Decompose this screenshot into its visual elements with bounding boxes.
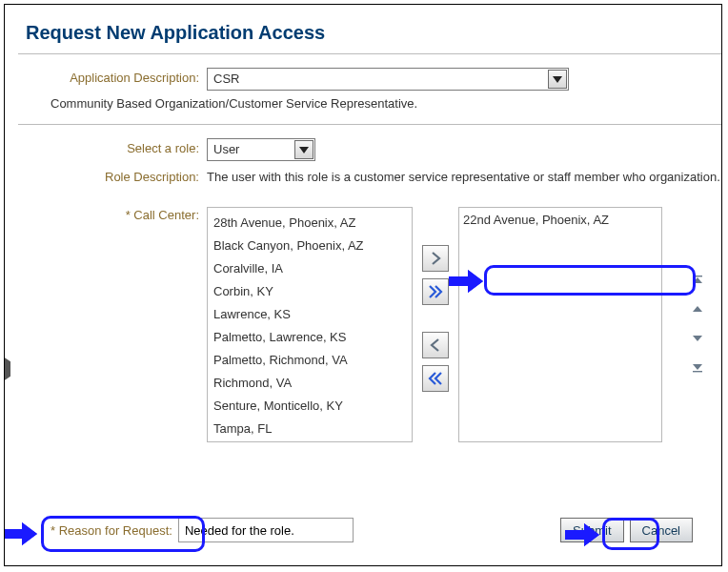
list-item[interactable]: Palmetto, Richmond, VA [213,349,406,372]
move-down-icon[interactable] [691,333,704,347]
role-desc-label: Role Description: [18,167,207,188]
svg-marker-0 [553,76,562,83]
svg-marker-5 [693,336,702,341]
svg-marker-6 [693,364,702,370]
chevron-down-icon [548,70,567,89]
submit-button[interactable]: Submit [560,518,623,542]
svg-rect-3 [693,276,702,276]
move-left-button[interactable] [422,332,449,358]
role-row: Select a role: User [18,138,721,161]
list-item[interactable]: Coralville, IA [213,257,406,280]
svg-marker-1 [299,147,309,153]
call-center-row: * Call Center: 28th Avenue, Phoenix, AZB… [18,205,721,442]
divider [18,53,721,54]
reason-input[interactable] [178,518,354,542]
application-desc-help: Community Based Organization/Customer Se… [51,96,721,111]
divider [18,124,721,125]
svg-marker-4 [693,306,702,312]
call-center-available-list[interactable]: 28th Avenue, Phoenix, AZBlack Canyon, Ph… [207,207,413,442]
annotation-arrow-icon [4,522,37,548]
svg-marker-2 [693,277,702,283]
reason-label: * Reason for Request: [51,523,172,538]
move-top-icon[interactable] [691,274,704,288]
cancel-button[interactable]: Cancel [630,518,693,542]
svg-marker-9 [4,522,37,545]
move-bottom-icon[interactable] [691,362,704,377]
form-page: Request New Application Access Applicati… [4,4,722,566]
list-item[interactable]: Senture, Monticello, KY [213,395,406,418]
application-desc-row: Application Description: CSR [18,68,721,91]
role-selected: User [213,139,239,160]
role-desc-row: Role Description: The user with this rol… [18,167,721,188]
move-right-button[interactable] [422,245,449,272]
action-buttons: Submit Cancel [560,518,693,542]
move-all-right-button[interactable] [422,278,449,305]
application-desc-value-wrap: CSR [207,68,721,91]
role-value-wrap: User [207,138,721,161]
move-up-icon[interactable] [691,303,704,317]
application-desc-label: Application Description: [18,68,207,89]
list-item[interactable]: Lawrence, KS [213,303,406,326]
list-item[interactable]: Black Canyon, Phoenix, AZ [213,235,406,257]
shuttle-buttons [422,245,449,392]
call-center-selected-list[interactable]: 22nd Avenue, Phoenix, AZ [458,207,662,442]
page-title: Request New Application Access [26,22,721,44]
shuttle-widget: 28th Avenue, Phoenix, AZBlack Canyon, Ph… [207,207,704,442]
list-item[interactable]: Tampa, FL [213,418,406,440]
reorder-controls [691,274,704,377]
call-center-label: * Call Center: [18,205,207,226]
chevron-down-icon [294,140,313,159]
role-label: Select a role: [18,138,207,159]
application-desc-selected: CSR [213,69,239,90]
role-select[interactable]: User [207,138,315,161]
list-item[interactable]: Richmond, VA [213,372,406,395]
reason-row: * Reason for Request: [51,518,354,542]
role-desc-text: The user with this role is a customer se… [207,167,721,188]
svg-rect-7 [693,371,702,372]
application-desc-select[interactable]: CSR [207,68,569,91]
collapse-handle-icon[interactable] [4,357,10,381]
list-item[interactable]: 22nd Avenue, Phoenix, AZ [463,210,657,231]
move-all-left-button[interactable] [422,365,449,392]
list-item[interactable]: Corbin, KY [213,280,406,303]
list-item[interactable]: Palmetto, Lawrence, KS [213,326,406,349]
list-item[interactable]: 28th Avenue, Phoenix, AZ [213,212,406,235]
